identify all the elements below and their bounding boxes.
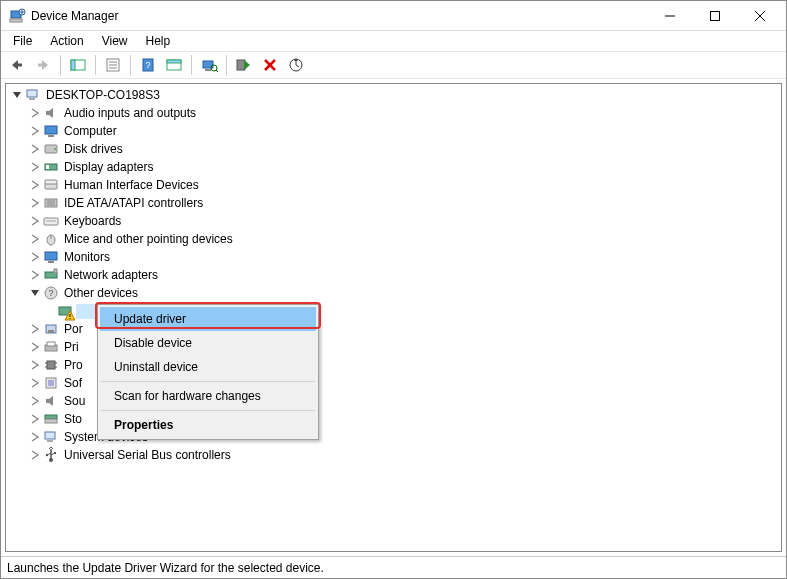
menu-action[interactable]: Action [42, 32, 91, 50]
context-menu-separator [101, 410, 315, 411]
svg-point-32 [54, 148, 56, 150]
chevron-right-icon[interactable] [28, 214, 42, 228]
scan-hardware-button[interactable] [197, 53, 221, 77]
chevron-right-icon[interactable] [28, 178, 42, 192]
chevron-right-icon[interactable] [28, 196, 42, 210]
tree-node-usb[interactable]: Universal Serial Bus controllers [6, 446, 781, 464]
tree-node-label: Sto [62, 412, 84, 426]
tree-node-mice[interactable]: Mice and other pointing devices [6, 230, 781, 248]
tree-node-other-devices[interactable]: ? Other devices [6, 284, 781, 302]
tree-node-label: Sou [62, 394, 87, 408]
svg-text:?: ? [48, 288, 53, 298]
chevron-down-icon[interactable] [10, 88, 24, 102]
svg-rect-36 [45, 180, 57, 184]
tree-node-label: Pro [62, 358, 85, 372]
storage-icon [43, 411, 59, 427]
svg-rect-49 [45, 252, 57, 260]
menu-bar: File Action View Help [1, 31, 786, 51]
svg-rect-72 [47, 440, 53, 442]
tree-node-label: Human Interface Devices [62, 178, 201, 192]
back-button[interactable] [5, 53, 29, 77]
usb-icon [43, 447, 59, 463]
ctx-properties[interactable]: Properties [100, 413, 316, 437]
svg-rect-28 [29, 98, 35, 100]
tree-node-label: Display adapters [62, 160, 155, 174]
context-menu-separator [101, 381, 315, 382]
tree-node-label: Disk drives [62, 142, 125, 156]
menu-file[interactable]: File [5, 32, 40, 50]
svg-point-44 [50, 220, 51, 221]
tree-root[interactable]: DESKTOP-CO198S3 [6, 86, 781, 104]
svg-rect-71 [45, 432, 55, 439]
tree-node-label: Computer [62, 124, 119, 138]
svg-rect-69 [45, 415, 57, 419]
context-menu: Update driver Disable device Uninstall d… [97, 304, 319, 440]
svg-rect-61 [47, 342, 55, 346]
menu-view[interactable]: View [94, 32, 136, 50]
computer-icon [25, 87, 41, 103]
tree-node-network[interactable]: Network adapters [6, 266, 781, 284]
tree-node-label: Other devices [62, 286, 140, 300]
chevron-down-icon[interactable] [28, 286, 42, 300]
chevron-right-icon[interactable] [28, 232, 42, 246]
tree-node-display[interactable]: Display adapters [6, 158, 781, 176]
toolbar-separator [226, 55, 227, 75]
chevron-right-icon[interactable] [28, 358, 42, 372]
tree-node-label: Por [62, 322, 85, 336]
enable-device-button[interactable] [232, 53, 256, 77]
svg-rect-70 [45, 419, 57, 423]
printer-icon [43, 339, 59, 355]
hid-icon [43, 177, 59, 193]
minimize-button[interactable] [647, 2, 692, 30]
ctx-update-driver[interactable]: Update driver [100, 307, 316, 331]
svg-rect-23 [237, 60, 245, 70]
network-icon [43, 267, 59, 283]
tree-node-computer[interactable]: Computer [6, 122, 781, 140]
tree-node-ide[interactable]: IDE ATA/ATAPI controllers [6, 194, 781, 212]
maximize-button[interactable] [692, 2, 737, 30]
controller-icon [43, 195, 59, 211]
menu-help[interactable]: Help [138, 32, 179, 50]
ctx-disable-device[interactable]: Disable device [100, 331, 316, 355]
uninstall-button[interactable] [258, 53, 282, 77]
chevron-right-icon[interactable] [28, 322, 42, 336]
speaker-icon [43, 393, 59, 409]
chevron-right-icon[interactable] [28, 376, 42, 390]
svg-rect-50 [48, 261, 54, 263]
chevron-right-icon[interactable] [28, 340, 42, 354]
svg-point-45 [52, 220, 53, 221]
tree-node-monitors[interactable]: Monitors [6, 248, 781, 266]
properties-button[interactable] [101, 53, 125, 77]
svg-text:?: ? [145, 60, 150, 70]
svg-rect-8 [38, 64, 42, 67]
chevron-right-icon[interactable] [28, 160, 42, 174]
ctx-uninstall-device[interactable]: Uninstall device [100, 355, 316, 379]
chevron-right-icon[interactable] [28, 394, 42, 408]
tree-node-audio[interactable]: Audio inputs and outputs [6, 104, 781, 122]
chevron-right-icon[interactable] [28, 412, 42, 426]
show-hide-tree-button[interactable] [66, 53, 90, 77]
chevron-right-icon[interactable] [28, 268, 42, 282]
chevron-right-icon[interactable] [28, 106, 42, 120]
cpu-icon [43, 357, 59, 373]
action-button[interactable] [162, 53, 186, 77]
tree-node-label: Mice and other pointing devices [62, 232, 235, 246]
chevron-right-icon[interactable] [28, 448, 42, 462]
unknown-device-icon: ? [43, 285, 59, 301]
software-icon [43, 375, 59, 391]
chevron-right-icon[interactable] [28, 124, 42, 138]
close-button[interactable] [737, 2, 782, 30]
chevron-right-icon[interactable] [28, 250, 42, 264]
forward-button[interactable] [31, 53, 55, 77]
help-button[interactable]: ? [136, 53, 160, 77]
tree-node-disk[interactable]: Disk drives [6, 140, 781, 158]
svg-rect-7 [18, 64, 22, 67]
svg-rect-4 [710, 11, 719, 20]
chevron-right-icon[interactable] [28, 142, 42, 156]
update-driver-button[interactable] [284, 53, 308, 77]
svg-rect-27 [27, 90, 37, 97]
tree-node-hid[interactable]: Human Interface Devices [6, 176, 781, 194]
ctx-scan-hardware[interactable]: Scan for hardware changes [100, 384, 316, 408]
tree-node-keyboards[interactable]: Keyboards [6, 212, 781, 230]
chevron-right-icon[interactable] [28, 430, 42, 444]
